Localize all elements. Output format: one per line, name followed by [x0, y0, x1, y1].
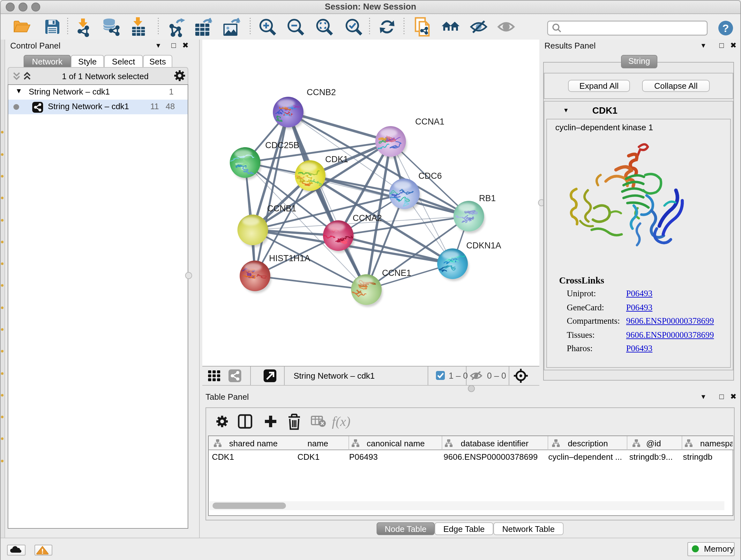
svg-text:database identifier: database identifier — [461, 439, 529, 448]
svg-text:RB1: RB1 — [479, 193, 496, 203]
svg-text:CCNB2: CCNB2 — [307, 87, 336, 97]
svg-text:@id: @id — [646, 439, 661, 448]
svg-text:CDK1: CDK1 — [325, 154, 348, 164]
svg-text:HIST1H1A: HIST1H1A — [269, 253, 310, 263]
svg-text:1 – 0: 1 – 0 — [449, 371, 468, 381]
svg-text:CCNA2: CCNA2 — [353, 213, 382, 223]
svg-text:name: name — [307, 439, 328, 448]
svg-text:CCNE1: CCNE1 — [382, 268, 411, 278]
svg-text:namespac: namespac — [700, 439, 733, 448]
svg-text:CDKN1A: CDKN1A — [466, 241, 501, 250]
svg-text:CDC25B: CDC25B — [265, 140, 299, 150]
svg-text:description: description — [568, 439, 608, 448]
svg-text:?: ? — [723, 22, 729, 34]
svg-text:CCNB1: CCNB1 — [267, 204, 296, 213]
svg-text:shared name: shared name — [229, 439, 278, 448]
svg-text:canonical name: canonical name — [367, 439, 425, 448]
svg-text:CDC6: CDC6 — [418, 171, 442, 181]
svg-text:0 – 0: 0 – 0 — [487, 371, 506, 381]
svg-text:f(x): f(x) — [332, 414, 350, 429]
svg-text:CCNA1: CCNA1 — [415, 117, 445, 126]
